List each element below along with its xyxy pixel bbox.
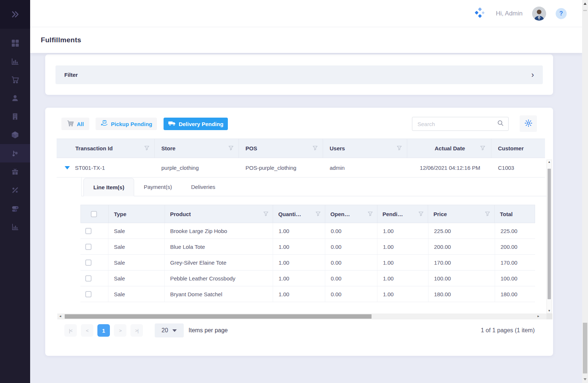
filter-funnel-icon[interactable] xyxy=(368,211,373,217)
sidebar-item-fulfillments[interactable] xyxy=(0,144,30,162)
column-header-price[interactable]: Price xyxy=(428,205,495,223)
toggle-switches-icon xyxy=(11,204,19,213)
filter-funnel-icon[interactable] xyxy=(313,145,318,151)
pending-cell: 1.00 xyxy=(377,286,429,302)
transactions-header-row: Transaction Id Store POS Users xyxy=(57,139,545,158)
grid-settings-button[interactable] xyxy=(520,115,537,132)
row-checkbox[interactable] xyxy=(85,228,92,234)
sidebar-item-dashboard[interactable] xyxy=(0,34,30,52)
tab-line-items[interactable]: Line Item(s) xyxy=(83,178,134,196)
sidebar-item-analytics[interactable] xyxy=(0,52,30,71)
users-cell: admin xyxy=(323,165,407,171)
line-item-row[interactable]: Sale Blue Lola Tote 1.00 0.00 1.00 200.0… xyxy=(80,239,535,255)
apps-diamonds-icon[interactable] xyxy=(474,7,486,21)
row-checkbox[interactable] xyxy=(85,259,92,266)
view-tab-delivery-pending[interactable]: Delivery Pending xyxy=(164,118,228,130)
last-page-button[interactable]: >| xyxy=(130,324,143,337)
column-header-quantity[interactable]: Quanti… xyxy=(273,205,325,223)
total-cell: 225.00 xyxy=(495,223,535,239)
collapse-row-caret-icon[interactable] xyxy=(65,166,70,169)
items-per-page-label: Items per page xyxy=(189,323,228,337)
scroll-up-icon[interactable] xyxy=(584,3,587,5)
open-cell: 0.00 xyxy=(325,239,377,254)
column-header-actual-date[interactable]: Actual Date xyxy=(407,139,491,158)
filter-funnel-icon[interactable] xyxy=(144,145,149,151)
filter-funnel-icon[interactable] xyxy=(480,145,485,151)
column-header-pos[interactable]: POS xyxy=(239,139,323,158)
row-checkbox[interactable] xyxy=(85,244,92,250)
scroll-down-icon[interactable]: ▼ xyxy=(548,309,551,313)
table-horizontal-scrollbar[interactable]: ◄ ► xyxy=(57,314,546,319)
scroll-down-icon[interactable] xyxy=(584,378,587,380)
column-header-customer[interactable]: Customer xyxy=(491,139,545,158)
select-all-cell xyxy=(81,205,109,223)
sidebar-item-promotions[interactable] xyxy=(0,162,30,181)
row-checkbox[interactable] xyxy=(85,275,92,282)
tab-deliveries[interactable]: Deliveries xyxy=(182,178,225,196)
view-tab-pickup-pending[interactable]: Pickup Pending xyxy=(96,118,157,130)
filter-funnel-icon[interactable] xyxy=(316,211,320,217)
column-header-total[interactable]: Total xyxy=(495,205,535,223)
sidebar-item-products[interactable] xyxy=(0,126,30,144)
column-header-transaction-id[interactable]: Transaction Id xyxy=(57,139,155,158)
help-button[interactable]: ? xyxy=(556,8,567,19)
prev-page-button[interactable]: < xyxy=(81,324,93,337)
sidebar-collapse-button[interactable] xyxy=(0,0,30,29)
column-header-type[interactable]: Type xyxy=(109,205,165,223)
filter-funnel-icon[interactable] xyxy=(229,145,233,151)
browser-scrollbar[interactable] xyxy=(582,0,588,383)
sidebar-item-reports[interactable] xyxy=(0,218,30,236)
transaction-detail-panel: Line Item(s) Payment(s) Deliveries xyxy=(81,178,546,196)
filter-funnel-icon[interactable] xyxy=(419,211,423,217)
row-checkbox[interactable] xyxy=(85,291,92,297)
browser-scroll-thumb[interactable] xyxy=(583,323,587,373)
gift-icon xyxy=(11,167,19,176)
table-vertical-scrollbar[interactable]: ▲ ▼ xyxy=(546,160,552,314)
user-greeting: Hi, Admin xyxy=(496,10,523,17)
open-cell: 0.00 xyxy=(325,223,377,239)
sidebar-item-settings-toggles[interactable] xyxy=(0,199,30,218)
page-size-select[interactable]: 20 xyxy=(155,323,184,337)
select-all-checkbox[interactable] xyxy=(91,211,97,217)
chevron-down-icon xyxy=(172,329,177,332)
tab-payments[interactable]: Payment(s) xyxy=(134,178,182,196)
filter-funnel-icon[interactable] xyxy=(263,211,268,217)
view-tab-all[interactable]: All xyxy=(61,118,89,130)
sidebar-item-sales[interactable] xyxy=(0,71,30,89)
horizontal-scroll-thumb[interactable] xyxy=(65,314,372,319)
sidebar-item-discounts[interactable] xyxy=(0,181,30,199)
search-input[interactable] xyxy=(417,121,497,127)
line-item-row[interactable]: Sale Bryant Dome Satchel 1.00 0.00 1.00 … xyxy=(80,286,535,302)
view-tab-pickup-label: Pickup Pending xyxy=(111,121,153,127)
filter-funnel-icon[interactable] xyxy=(485,211,490,217)
line-item-row[interactable]: Sale Grey-Silver Elaine Tote 1.00 0.00 1… xyxy=(80,255,535,271)
scroll-up-icon[interactable]: ▲ xyxy=(548,160,551,164)
line-items-table: Type Product Quanti… Open… Pendi… Price … xyxy=(80,205,535,302)
person-icon xyxy=(11,94,19,103)
search-icon[interactable] xyxy=(497,120,504,128)
transaction-row[interactable]: ST001-TX-1 purple_clothing POS-purple_cl… xyxy=(57,158,545,178)
filter-card: Filter › xyxy=(45,54,553,95)
line-item-row[interactable]: Sale Pebble Leather Crossbody 1.00 0.00 … xyxy=(80,271,535,286)
line-item-row[interactable]: Sale Brooke Large Zip Hobo 1.00 0.00 1.0… xyxy=(80,223,535,239)
vertical-scroll-thumb[interactable] xyxy=(548,169,551,299)
filter-expander[interactable]: Filter › xyxy=(55,65,543,84)
column-header-pending[interactable]: Pendi… xyxy=(377,205,429,223)
scroll-right-icon[interactable]: ► xyxy=(537,314,540,319)
sidebar-item-customers[interactable] xyxy=(0,89,30,107)
filter-funnel-icon[interactable] xyxy=(397,145,402,151)
type-cell: Sale xyxy=(108,286,165,302)
first-page-button[interactable]: |< xyxy=(64,324,77,337)
current-page-button[interactable]: 1 xyxy=(97,324,110,337)
detail-tab-row: Line Item(s) Payment(s) Deliveries xyxy=(82,178,546,196)
column-header-product[interactable]: Product xyxy=(165,205,273,223)
open-cell: 0.00 xyxy=(325,271,377,286)
column-header-store[interactable]: Store xyxy=(155,139,239,158)
column-header-users[interactable]: Users xyxy=(323,139,407,158)
sidebar-item-stores[interactable] xyxy=(0,107,30,126)
scroll-dash xyxy=(583,10,587,11)
column-header-open[interactable]: Open… xyxy=(325,205,377,223)
scroll-left-icon[interactable]: ◄ xyxy=(59,314,62,319)
next-page-button[interactable]: > xyxy=(114,324,126,337)
avatar[interactable] xyxy=(532,7,546,21)
